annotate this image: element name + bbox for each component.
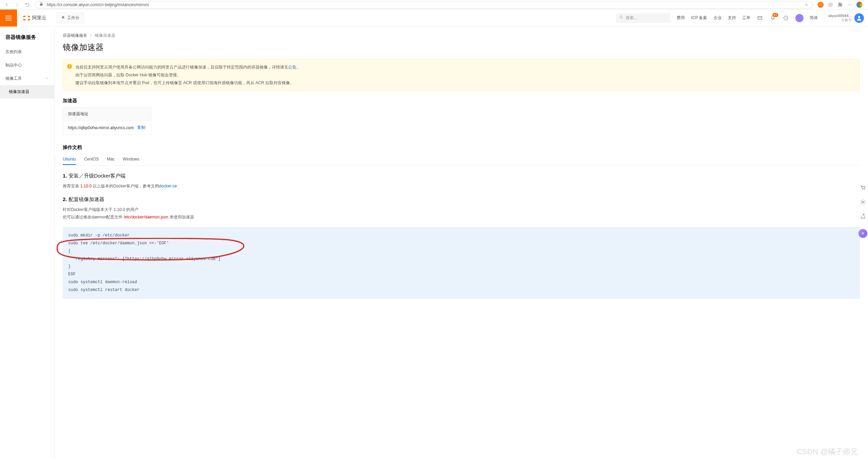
kebab-icon[interactable]: ⋯ <box>847 2 852 7</box>
hdr-link-fee[interactable]: 费用 <box>677 15 685 21</box>
dock-close-icon[interactable]: ✕ <box>858 229 867 238</box>
sidebar-item-tools[interactable]: 镜像工具 <box>0 72 54 85</box>
accel-addr-label: 加速器地址 <box>63 108 151 121</box>
refresh-icon[interactable] <box>25 2 30 7</box>
chevron-up-icon <box>45 76 49 81</box>
back-icon[interactable] <box>4 2 10 7</box>
alert-notice-link[interactable]: 公告 <box>288 65 296 70</box>
hdr-link-icp[interactable]: ICP 备案 <box>691 15 707 21</box>
copy-button[interactable]: 复制 <box>137 125 145 131</box>
gear-icon[interactable] <box>859 198 867 206</box>
step2-text: 针对Docker客户端版本大于 1.10.0 的用户 您可以通过修改daemon… <box>63 206 860 221</box>
brand-text: 阿里云 <box>32 15 46 21</box>
sidebar-title: 容器镜像服务 <box>0 29 54 45</box>
sidebar-collapse-handle[interactable] <box>55 156 55 169</box>
header-links: 费用 ICP 备案 企业 支持 工单 27 ? 简体 <box>671 14 824 22</box>
user-name: aliyun89944... <box>828 14 852 18</box>
user-block[interactable]: aliyun89944... 主账号 <box>824 13 868 23</box>
warning-icon: ! <box>67 64 72 69</box>
hamburger-button[interactable] <box>0 10 17 27</box>
header-search[interactable]: 搜索... <box>616 13 671 23</box>
accel-addr-value: https://qlbp0ohw.mirror.aliyuncs.com <box>68 125 134 130</box>
docker-ce-link[interactable]: docker-ce <box>159 184 177 188</box>
app-avatar[interactable] <box>795 14 804 22</box>
code-block[interactable]: sudo mkdir -p /etc/docker sudo tee /etc/… <box>63 227 860 299</box>
accel-title: 加速器 <box>63 98 860 104</box>
svg-point-5 <box>858 16 860 18</box>
step1-text: 推荐安装 1.10.0 以上版本的Docker客户端，参考文档docker-ce <box>63 183 860 190</box>
workspace-label: 工作台 <box>67 15 79 21</box>
share-icon[interactable] <box>859 213 867 220</box>
bell-icon[interactable]: 27 <box>769 15 776 21</box>
tab-centos[interactable]: CentOS <box>84 154 99 165</box>
sidebar-item-artifacts[interactable]: 制品中心 <box>0 59 54 72</box>
hdr-link-support[interactable]: 支持 <box>728 15 736 21</box>
docs-title: 操作文档 <box>63 144 860 151</box>
console-header: 阿里云 工作台 搜索... 费用 ICP 备案 企业 支持 工单 27 ? 简体… <box>0 10 868 27</box>
ext-icon-2[interactable] <box>828 2 833 7</box>
breadcrumb-root[interactable]: 容器镜像服务 <box>63 33 87 38</box>
main-content: 容器镜像服务 / 镜像加速器 镜像加速器 ! 当前仅支持阿里云用户使用具备公网访… <box>55 27 868 459</box>
hdr-link-ent[interactable]: 企业 <box>713 15 722 21</box>
extensions-row: ⋯ <box>818 2 863 8</box>
sidebar-item-mirror-accel[interactable]: 镜像加速器 <box>0 85 54 98</box>
address-bar[interactable]: https://cr.console.aliyun.com/cn-beijing… <box>35 1 813 9</box>
alert-line1: 当前仅支持阿里云用户使用具备公网访问能力的阿里云产品进行镜像加速，且仅限于特定范… <box>75 63 854 71</box>
notif-badge: 27 <box>773 13 778 17</box>
ext-icon-1[interactable] <box>818 2 824 8</box>
os-tabs: Ubuntu CentOS Mac Windows <box>63 154 860 165</box>
step1-title: 1. 安装／升级Docker客户端 <box>63 173 860 179</box>
alert-line3: 建议手动拉取镜像到本地节点并重启 Pod，也可上传镜像至 ACR 或使用订阅海外… <box>75 79 854 87</box>
help-icon[interactable]: ? <box>782 15 789 21</box>
home-icon <box>61 15 65 20</box>
tab-ubuntu[interactable]: Ubuntu <box>63 154 76 165</box>
ext-puzzle-icon[interactable] <box>837 2 843 7</box>
breadcrumb-current: 镜像加速器 <box>95 33 115 38</box>
user-sub: 主账号 <box>828 18 852 22</box>
sidebar: 容器镜像服务 实例列表 制品中心 镜像工具 镜像加速器 <box>0 27 55 459</box>
alert-line2: 由于运营商网络问题，拉取 Docker Hub 镜像可能会变慢。 <box>75 71 854 79</box>
svg-point-6 <box>862 189 863 190</box>
user-avatar[interactable] <box>854 13 864 23</box>
right-dock: ✕ <box>858 184 867 238</box>
mail-icon[interactable] <box>756 15 763 21</box>
tab-windows[interactable]: Windows <box>123 154 139 165</box>
search-icon <box>619 15 623 20</box>
workspace-button[interactable]: 工作台 <box>57 13 84 23</box>
svg-text:?: ? <box>785 16 786 19</box>
page-title: 镜像加速器 <box>63 42 860 53</box>
brand-logo[interactable]: 阿里云 <box>17 15 53 21</box>
accel-address-box: 加速器地址 https://qlbp0ohw.mirror.aliyuncs.c… <box>63 107 151 135</box>
lang-switch[interactable]: 简体 <box>810 15 818 21</box>
lock-icon <box>39 2 43 7</box>
forward-icon[interactable] <box>14 2 20 7</box>
hdr-link-ticket[interactable]: 工单 <box>742 15 750 21</box>
search-placeholder: 搜索... <box>626 15 637 21</box>
svg-point-8 <box>862 201 864 203</box>
alert-box: ! 当前仅支持阿里云用户使用具备公网访问能力的阿里云产品进行镜像加速，且仅限于特… <box>63 59 860 91</box>
url-text: https://cr.console.aliyun.com/cn-beijing… <box>47 2 149 7</box>
profile-icon[interactable] <box>856 2 863 8</box>
sidebar-item-instances[interactable]: 实例列表 <box>0 45 54 59</box>
svg-rect-2 <box>758 16 762 19</box>
tab-mac[interactable]: Mac <box>107 154 115 165</box>
svg-point-7 <box>864 189 865 190</box>
browser-toolbar: https://cr.console.aliyun.com/cn-beijing… <box>0 0 868 10</box>
breadcrumb: 容器镜像服务 / 镜像加速器 <box>63 33 860 39</box>
step2-title: 2. 配置镜像加速器 <box>63 196 860 203</box>
star-icon[interactable]: ☆ <box>805 2 808 7</box>
svg-point-1 <box>620 16 622 18</box>
cart-icon[interactable] <box>859 184 867 192</box>
